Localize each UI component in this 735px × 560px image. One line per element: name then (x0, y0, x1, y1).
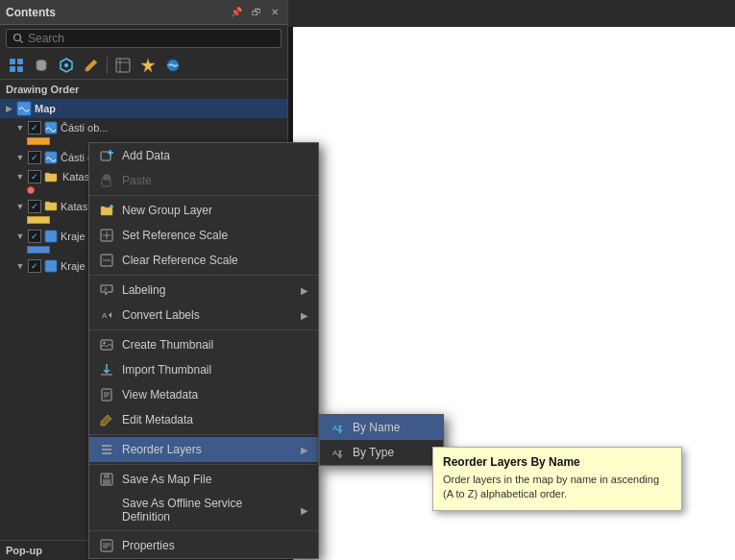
katastr2-color-swatch (27, 216, 50, 224)
view-metadata-icon (99, 387, 114, 402)
folder-icon-katastr1 (44, 171, 58, 183)
ctx-labeling-label: Labeling (122, 283, 293, 297)
svg-text:A: A (102, 311, 108, 320)
close-panel-button[interactable]: ✕ (268, 6, 282, 18)
svg-rect-5 (10, 66, 15, 72)
tooltip-box: Reorder Layers By Name Order layers in t… (432, 447, 682, 511)
ctx-new-group-layer[interactable]: New Group Layer (89, 198, 318, 223)
ctx-save-as-offline[interactable]: Save As Offline Service Definition ▶ (89, 492, 318, 528)
float-button[interactable]: 🗗 (249, 6, 264, 18)
ctx-set-reference-scale[interactable]: Set Reference Scale (89, 223, 318, 248)
ctx-properties-label: Properties (122, 539, 308, 552)
drawing-order-label: Drawing Order (0, 80, 287, 97)
svg-point-9 (64, 63, 68, 67)
pin-button[interactable]: 📌 (228, 6, 245, 18)
svg-rect-18 (45, 231, 57, 242)
ctx-reorder-layers[interactable]: Reorder Layers ▶ (89, 437, 318, 462)
katastr1-icon (44, 171, 58, 183)
ctx-paste: Paste (89, 168, 318, 193)
panel-title: Contents (6, 6, 56, 19)
ctx-save-as-map-file[interactable]: Save As Map File (89, 467, 318, 492)
ctx-view-metadata-label: View Metadata (122, 388, 308, 402)
labeling-icon: A (99, 282, 114, 298)
ctx-save-as-offline-label: Save As Offline Service Definition (122, 497, 293, 523)
toolbar-btn-grid[interactable] (6, 55, 27, 76)
ctx-sep-1 (89, 195, 318, 196)
layer-icon-kraje1 (44, 230, 58, 243)
layer-check-katastr1[interactable]: ✓ (28, 170, 41, 183)
layer-check-casti1[interactable]: ✓ (28, 121, 41, 134)
layer-arrow-casti2: ▼ (15, 153, 25, 162)
ctx-add-data-label: Add Data (122, 149, 308, 162)
kraje1-color-swatch (27, 246, 50, 254)
ctx-set-reference-scale-label: Set Reference Scale (122, 229, 308, 242)
layer-name-map: Map (35, 103, 56, 114)
svg-rect-46 (103, 479, 110, 484)
svg-line-2 (20, 40, 23, 43)
svg-rect-16 (45, 122, 57, 134)
ctx-import-thumbnail[interactable]: Import Thumbnail (89, 357, 318, 382)
svg-rect-6 (17, 66, 23, 72)
save-as-map-file-icon (99, 472, 114, 487)
svg-rect-19 (45, 260, 57, 272)
layer-arrow-casti1: ▼ (15, 123, 25, 133)
save-as-offline-icon (99, 502, 114, 518)
toolbar-btn-database[interactable] (31, 55, 52, 76)
svg-point-1 (14, 35, 21, 41)
create-thumbnail-icon (99, 337, 114, 353)
katastr1-color-swatch (27, 186, 35, 194)
submenu-reorder-layers: AZ By Name AZ By Type (319, 414, 444, 466)
ctx-clear-reference-scale-label: Clear Reference Scale (122, 254, 308, 267)
ctx-edit-metadata-label: Edit Metadata (122, 413, 308, 426)
reorder-layers-icon (99, 442, 114, 457)
layer-icon-casti1 (44, 121, 58, 134)
toolbar-btn-star[interactable] (137, 55, 159, 76)
toolbar-btn-grid2[interactable] (112, 55, 134, 76)
reorder-layers-arrow-icon: ▶ (301, 445, 308, 455)
ctx-new-group-layer-label: New Group Layer (122, 204, 308, 217)
layer-check-katastr2[interactable]: ✓ (28, 200, 41, 213)
submenu-by-name-label: By Name (353, 421, 433, 434)
import-thumbnail-icon (99, 362, 114, 377)
ctx-paste-label: Paste (122, 174, 308, 187)
ctx-properties[interactable]: Properties (89, 533, 318, 558)
ctx-edit-metadata[interactable]: Edit Metadata (89, 407, 318, 432)
ctx-clear-reference-scale[interactable]: Clear Reference Scale (89, 248, 318, 273)
ctx-convert-labels[interactable]: A Convert Labels ▶ (89, 303, 318, 328)
ctx-view-metadata[interactable]: View Metadata (89, 382, 318, 407)
ctx-save-as-map-file-label: Save As Map File (122, 473, 308, 486)
by-name-icon: AZ (330, 420, 345, 435)
paste-icon (99, 173, 114, 188)
toolbar-btn-hexagon[interactable] (56, 55, 77, 76)
panel-header: Contents 📌 🗗 ✕ (0, 0, 287, 25)
layer-icon-kraje2 (44, 259, 58, 273)
ctx-labeling[interactable]: A Labeling ▶ (89, 278, 318, 303)
submenu-by-type[interactable]: AZ By Type (320, 440, 443, 465)
submenu-by-name[interactable]: AZ By Name (320, 415, 443, 440)
layer-item-casti1[interactable]: ▼ ✓ Části ob... (0, 118, 287, 137)
ctx-create-thumbnail[interactable]: Create Thumbnail (89, 332, 318, 357)
convert-labels-arrow-icon: ▶ (301, 310, 308, 321)
casti1-color-swatch (27, 137, 50, 145)
svg-point-35 (103, 342, 105, 344)
search-input[interactable] (28, 32, 275, 45)
svg-rect-4 (17, 59, 23, 64)
toolbar-separator-1 (107, 57, 108, 74)
ctx-sep-4 (89, 434, 318, 435)
toolbar-btn-pencil[interactable] (81, 55, 102, 76)
layer-check-kraje2[interactable]: ✓ (28, 259, 41, 273)
edit-metadata-icon (99, 412, 114, 427)
ctx-add-data[interactable]: Add Data (89, 143, 318, 168)
svg-text:AZ: AZ (332, 449, 342, 457)
layer-check-casti2[interactable]: ✓ (28, 151, 41, 164)
tooltip-title: Reorder Layers By Name (443, 455, 672, 469)
svg-rect-47 (104, 475, 110, 478)
layer-check-kraje1[interactable]: ✓ (28, 230, 41, 243)
add-data-icon (99, 148, 114, 163)
panel-controls: 📌 🗗 ✕ (228, 6, 282, 18)
ctx-reorder-layers-label: Reorder Layers (122, 443, 293, 456)
toolbar-btn-earth[interactable] (162, 55, 184, 76)
svg-text:A: A (104, 286, 108, 292)
layer-item-map[interactable]: ▶ Map (0, 99, 287, 118)
submenu-by-type-label: By Type (353, 446, 433, 459)
